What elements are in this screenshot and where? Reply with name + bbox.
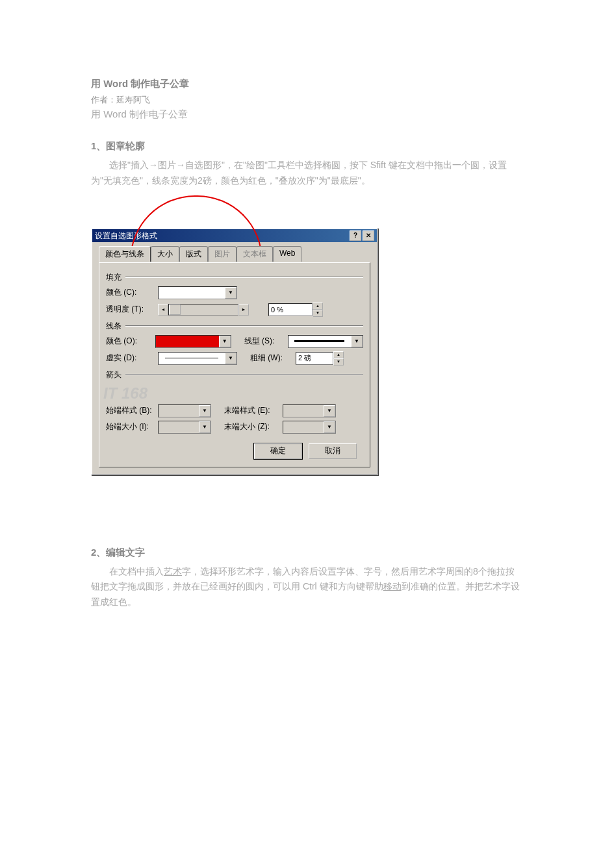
label-begin-style: 始端样式 (B): [106,405,158,416]
combo-begin-size[interactable]: ▼ [158,421,211,434]
link-art[interactable]: 艺术 [164,566,182,577]
section-2-text-a: 在文档中插入 [109,566,164,577]
section-2-body: 在文档中插入艺术字，选择环形艺术字，输入内容后设置字体、字号，然后用艺术字周围的… [91,564,523,610]
combo-fill-color[interactable]: ▼ [158,286,237,299]
section-1-heading: 1、图章轮廓 [91,140,523,153]
label-fill-color: 颜色 (C): [106,287,158,298]
spin-up-icon[interactable]: ▲ [313,303,323,310]
swatch-solid-line [159,353,225,364]
section-1-body: 选择"插入→图片→自选图形"，在"绘图"工具栏中选择椭圆，按下 Sfift 键在… [91,158,523,189]
help-button[interactable]: ? [350,230,361,241]
slider-left-icon[interactable]: ◄ [158,304,168,316]
label-line-style: 线型 (S): [244,336,288,347]
label-line-color: 颜色 (O): [106,336,155,347]
label-dashed: 虚实 (D): [106,353,158,364]
label-end-size: 末端大小 (Z): [224,421,283,432]
combo-dashed[interactable]: ▼ [158,352,237,365]
chevron-down-icon: ▼ [225,353,237,364]
slider-thumb[interactable] [169,304,181,315]
link-move[interactable]: 移动 [383,581,402,591]
input-weight[interactable]: 2 磅 [296,352,333,365]
article-author: 作者：延寿阿飞 [91,94,523,106]
slider-transparency[interactable]: ◄ ► [158,304,249,316]
combo-end-size[interactable]: ▼ [283,421,336,434]
watermark-text: IT 168 [103,384,147,402]
chevron-down-icon: ▼ [351,336,363,347]
combo-line-style[interactable]: ▼ [288,335,363,348]
dialog-tabs: 颜色与线条 大小 版式 图片 文本框 Web [99,246,370,262]
article-subtitle: 用 Word 制作电子公章 [91,108,523,121]
format-autoshape-dialog: 设置自选图形格式 ? ✕ 颜色与线条 大小 版式 图片 文本框 Web 填充 颜… [91,228,378,475]
ok-button[interactable]: 确定 [254,443,302,459]
label-transparency: 透明度 (T): [106,304,158,315]
red-arc-illustration [91,189,523,228]
combo-end-style[interactable]: ▼ [283,404,336,417]
article-title: 用 Word 制作电子公章 [91,78,523,90]
chevron-down-icon: ▼ [199,405,211,417]
swatch-thick-line [288,336,351,347]
chevron-down-icon: ▼ [324,405,335,417]
label-begin-size: 始端大小 (I): [106,421,158,432]
label-weight: 粗细 (W): [250,353,296,364]
tab-colors-lines[interactable]: 颜色与线条 [99,246,151,262]
chevron-down-icon: ▼ [324,421,335,433]
spin-down-icon[interactable]: ▼ [333,358,344,366]
tab-size[interactable]: 大小 [151,246,179,262]
slider-right-icon[interactable]: ► [238,304,249,316]
spin-up-icon[interactable]: ▲ [333,351,344,358]
chevron-down-icon: ▼ [225,287,237,299]
tab-textbox[interactable]: 文本框 [237,246,273,262]
group-line: 线条 [106,321,363,332]
chevron-down-icon: ▼ [199,421,211,433]
group-arrow: 箭头 [106,369,363,380]
close-button[interactable]: ✕ [363,230,374,241]
swatch-red [156,336,218,347]
label-end-style: 末端样式 (E): [224,405,283,416]
group-fill: 填充 [106,272,363,283]
combo-begin-style[interactable]: ▼ [158,404,211,417]
combo-line-color[interactable]: ▼ [155,335,231,348]
spin-down-icon[interactable]: ▼ [313,310,323,317]
input-transparency[interactable]: 0 % [268,303,313,316]
tab-web[interactable]: Web [273,246,301,262]
document-page: 用 Word 制作电子公章 作者：延寿阿飞 用 Word 制作电子公章 1、图章… [0,0,614,868]
tab-picture[interactable]: 图片 [208,246,237,262]
cancel-button[interactable]: 取消 [309,443,357,459]
chevron-down-icon: ▼ [219,336,231,347]
section-2-heading: 2、编辑文字 [91,547,523,559]
tab-layout[interactable]: 版式 [179,246,208,262]
